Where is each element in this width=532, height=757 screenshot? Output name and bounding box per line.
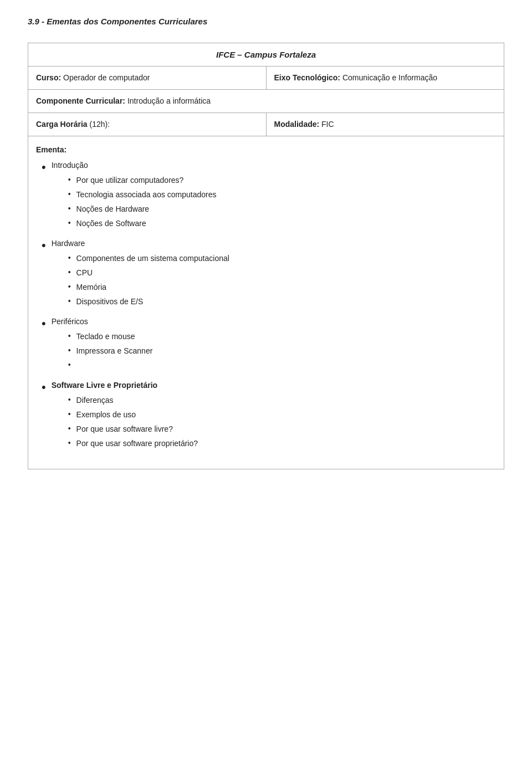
item-text: Teclado e mouse <box>76 331 504 342</box>
eixo-cell: Eixo Tecnológico: Comunicação e Informaç… <box>267 67 504 89</box>
header-table: IFCE – Campus Fortaleza Curso: Operador … <box>28 43 504 469</box>
sub-list: • Por que utilizar computadores? • Tecno… <box>68 175 504 229</box>
bullet-icon: • <box>42 380 46 396</box>
list-item: • Por que usar software proprietário? <box>68 438 504 449</box>
modalidade-label: Modalidade: <box>274 120 320 129</box>
item-text: Por que usar software proprietário? <box>76 438 504 449</box>
ementa-section: Ementa: • Introdução • Por que utilizar … <box>28 136 504 469</box>
list-item: • Dispositivos de E/S <box>68 296 504 308</box>
bullet-icon: • <box>68 360 71 370</box>
list-item: • Diferenças <box>68 395 504 406</box>
curso-value-text: Operador de computador <box>63 73 150 82</box>
bullet-icon: • <box>42 238 46 254</box>
list-item: • Software Livre e Proprietário • Difere… <box>36 380 504 452</box>
bullet-icon: • <box>68 438 71 448</box>
curso-cell: Curso: Operador de computador <box>28 67 267 89</box>
item-text: Exemplos de uso <box>76 409 504 421</box>
componente-cell: Componente Curricular: Introdução a info… <box>28 90 504 112</box>
item-text: Impressora e Scanner <box>76 345 504 357</box>
list-item: • Noções de Hardware <box>68 203 504 215</box>
list-item: • CPU <box>68 267 504 279</box>
campus-title: IFCE – Campus Fortaleza <box>28 43 504 67</box>
bullet-icon: • <box>68 423 71 433</box>
bullet-icon: • <box>68 409 71 419</box>
bullet-icon: • <box>68 203 71 213</box>
bullet-icon: • <box>68 282 71 291</box>
componente-value-text: Introdução a informática <box>127 96 211 105</box>
item-text: Por que utilizar computadores? <box>76 175 504 186</box>
item-text: Introdução <box>52 161 88 170</box>
list-item: • Memória <box>68 282 504 293</box>
eixo-label: Eixo Tecnológico: <box>274 73 341 82</box>
item-text <box>76 360 504 371</box>
item-content: Software Livre e Proprietário • Diferenç… <box>52 380 504 452</box>
bullet-icon: • <box>68 331 71 341</box>
bullet-icon: • <box>68 296 71 306</box>
bullet-icon: • <box>68 253 71 263</box>
page-title: 3.9 - Ementas dos Componentes Curricular… <box>28 17 504 26</box>
bullet-icon: • <box>68 267 71 277</box>
list-item: • Impressora e Scanner <box>68 345 504 357</box>
item-text: Noções de Software <box>76 218 504 229</box>
ementa-label: Ementa: <box>36 145 504 154</box>
carga-cell: Carga Horária (12h): <box>28 113 267 136</box>
item-content: Periféricos • Teclado e mouse • Impresso… <box>52 316 504 374</box>
bullet-icon: • <box>42 160 46 176</box>
carga-hours-text: (12h): <box>89 120 110 129</box>
modalidade-cell: Modalidade: FIC <box>267 113 504 136</box>
componente-label: Componente Curricular: <box>36 96 125 105</box>
list-item: • Noções de Software <box>68 218 504 229</box>
bullet-icon: • <box>68 189 71 199</box>
item-text: Componentes de um sistema computacional <box>76 253 504 264</box>
sub-list: • Teclado e mouse • Impressora e Scanner… <box>68 331 504 371</box>
list-item: • Teclado e mouse <box>68 331 504 342</box>
list-item: • Componentes de um sistema computaciona… <box>68 253 504 264</box>
list-item: • Introdução • Por que utilizar computad… <box>36 160 504 232</box>
list-item: • Exemplos de uso <box>68 409 504 421</box>
list-item: • <box>68 360 504 371</box>
carga-modalidade-row: Carga Horária (12h): Modalidade: FIC <box>28 113 504 136</box>
componente-row: Componente Curricular: Introdução a info… <box>28 90 504 113</box>
sub-list: • Componentes de um sistema computaciona… <box>68 253 504 308</box>
bullet-icon: • <box>68 395 71 405</box>
ementa-list: • Introdução • Por que utilizar computad… <box>36 160 504 452</box>
list-item: • Hardware • Componentes de um sistema c… <box>36 238 504 310</box>
item-text: Dispositivos de E/S <box>76 296 504 308</box>
item-text: Software Livre e Proprietário <box>52 381 157 390</box>
list-item: • Por que utilizar computadores? <box>68 175 504 186</box>
item-content: Introdução • Por que utilizar computador… <box>52 160 504 232</box>
item-text: Hardware <box>52 239 85 248</box>
curso-label: Curso: <box>36 73 61 82</box>
item-text: Tecnologia associada aos computadores <box>76 189 504 201</box>
list-item: • Tecnologia associada aos computadores <box>68 189 504 201</box>
bullet-icon: • <box>68 218 71 228</box>
item-text: Periféricos <box>52 317 88 326</box>
item-text: Memória <box>76 282 504 293</box>
eixo-value-text: Comunicação e Informação <box>342 73 437 82</box>
item-content: Hardware • Componentes de um sistema com… <box>52 238 504 310</box>
item-text: Por que usar software livre? <box>76 423 504 435</box>
item-text: Noções de Hardware <box>76 203 504 215</box>
bullet-icon: • <box>68 345 71 355</box>
list-item: • Por que usar software livre? <box>68 423 504 435</box>
item-text: CPU <box>76 267 504 279</box>
carga-label: Carga Horária <box>36 120 88 129</box>
bullet-icon: • <box>68 175 71 185</box>
item-text: Diferenças <box>76 395 504 406</box>
list-item: • Periféricos • Teclado e mouse • Impres… <box>36 316 504 374</box>
sub-list: • Diferenças • Exemplos de uso • Por que… <box>68 395 504 449</box>
modalidade-value-text: FIC <box>321 120 334 129</box>
bullet-icon: • <box>42 316 46 332</box>
curso-eixo-row: Curso: Operador de computador Eixo Tecno… <box>28 67 504 90</box>
